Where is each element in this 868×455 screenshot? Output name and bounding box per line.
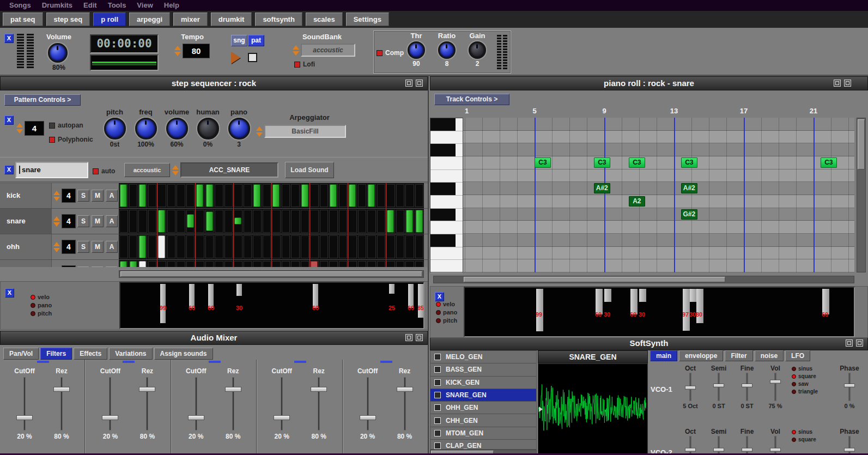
step-cell[interactable] <box>291 210 300 233</box>
maximize-icon[interactable] <box>844 80 851 87</box>
slider-track[interactable] <box>130 377 165 430</box>
slider-track[interactable] <box>93 377 128 430</box>
generator-checkbox[interactable] <box>434 442 441 449</box>
mixer-tab-pan-vol[interactable]: Pan/Vol <box>3 348 39 360</box>
step-cell[interactable] <box>377 235 386 258</box>
detach-icon[interactable] <box>834 80 841 87</box>
velocity-radio-pitch[interactable]: pitch <box>31 310 52 317</box>
detach-icon[interactable] <box>405 334 412 341</box>
main-tab-settings[interactable]: Settings <box>346 13 389 26</box>
track-button-a[interactable]: A <box>106 241 118 253</box>
slider-thumb[interactable] <box>16 415 33 420</box>
mini-slider-track[interactable] <box>764 373 786 401</box>
step-cell[interactable] <box>415 261 424 267</box>
step-cell[interactable] <box>205 235 214 258</box>
step-cell[interactable] <box>263 184 271 207</box>
step-cell[interactable] <box>263 261 271 267</box>
active-step[interactable] <box>196 184 203 207</box>
step-cell[interactable] <box>157 184 166 207</box>
stop-button[interactable] <box>248 53 258 63</box>
track-bars-spinner[interactable]: 4 <box>53 240 76 254</box>
waveform-option-sinus[interactable]: sinus <box>792 429 816 435</box>
polyphonic-row[interactable]: Polyphonic <box>49 136 93 143</box>
main-tab-pat-seq[interactable]: pat seq <box>3 13 43 26</box>
pattern-knob-human-knob[interactable] <box>197 118 219 139</box>
pattern-close-button[interactable]: X <box>4 116 14 125</box>
slider-thumb[interactable] <box>225 387 241 392</box>
transport-close-button[interactable]: X <box>4 34 14 43</box>
step-cell[interactable] <box>224 184 233 207</box>
comp-checkbox-row[interactable]: Comp <box>377 49 404 57</box>
bank-button[interactable]: accoustic <box>124 163 170 177</box>
generator-checkbox[interactable] <box>434 366 441 373</box>
step-cell[interactable] <box>291 235 300 258</box>
step-cell[interactable] <box>177 261 185 267</box>
generator-checkbox[interactable] <box>434 404 441 411</box>
synth-tab-noise[interactable]: noise <box>755 350 784 361</box>
note-c3[interactable]: C3 <box>629 157 645 168</box>
track-button-m[interactable]: M <box>92 266 104 267</box>
active-step[interactable] <box>406 210 413 233</box>
step-cell[interactable] <box>177 210 185 233</box>
spin-down-icon[interactable] <box>172 171 179 175</box>
active-step[interactable] <box>206 184 213 207</box>
mini-slider-track[interactable] <box>736 436 758 455</box>
spin-down-icon[interactable] <box>53 222 60 227</box>
step-cell[interactable] <box>310 210 319 233</box>
step-cell[interactable] <box>282 235 290 258</box>
load-sound-button[interactable]: Load Sound <box>285 162 334 178</box>
pattern-knob-pano-knob[interactable] <box>228 118 250 139</box>
step-cell[interactable] <box>367 261 376 267</box>
step-cell[interactable] <box>339 261 348 267</box>
spin-down-icon[interactable] <box>53 248 60 252</box>
black-key[interactable] <box>430 144 456 156</box>
velocity-radio-pano[interactable]: pano <box>31 302 52 308</box>
step-cell[interactable] <box>329 235 338 258</box>
step-cell[interactable] <box>282 261 290 267</box>
velocity-bar[interactable] <box>596 289 603 314</box>
step-cell[interactable] <box>129 235 138 258</box>
generator-snare-gen[interactable]: SNARE_GEN <box>430 389 536 402</box>
velocity-radio-pano[interactable]: pano <box>436 309 457 316</box>
velocity-bar[interactable] <box>418 284 423 318</box>
active-step[interactable] <box>311 261 318 268</box>
mini-slider-track[interactable] <box>839 373 860 401</box>
black-key[interactable] <box>430 183 456 195</box>
step-cell[interactable] <box>358 261 367 267</box>
step-grid[interactable] <box>119 209 424 234</box>
detach-icon[interactable] <box>846 339 853 347</box>
step-cell[interactable] <box>253 261 262 267</box>
step-cell[interactable] <box>320 235 329 258</box>
key-c3[interactable] <box>430 157 463 170</box>
main-tab-arpeggi[interactable]: arpeggi <box>129 13 170 26</box>
spinner-arrows[interactable] <box>256 126 263 137</box>
key-as2[interactable] <box>430 183 463 196</box>
key-a2[interactable] <box>430 196 463 209</box>
generator-melo-gen[interactable]: MELO_GEN <box>430 351 536 363</box>
piano-keyboard[interactable] <box>430 118 463 272</box>
step-cell[interactable] <box>396 184 405 207</box>
track-button-s[interactable]: S <box>77 190 89 202</box>
auto-row[interactable]: auto <box>93 167 115 175</box>
main-tab-step-seq[interactable]: step seq <box>46 13 90 26</box>
key-cs3[interactable] <box>430 144 463 157</box>
step-cell[interactable] <box>301 235 309 258</box>
song-progress-bar[interactable] <box>90 54 159 71</box>
autopan-checkbox[interactable] <box>49 123 55 129</box>
mini-slider-track[interactable] <box>736 373 758 401</box>
scrollbar-thumb[interactable] <box>464 277 725 282</box>
velocity-close-button[interactable]: X <box>5 288 14 298</box>
step-cell[interactable] <box>377 184 386 207</box>
key-g2[interactable] <box>430 221 463 234</box>
step-cell[interactable] <box>196 261 204 267</box>
active-step[interactable] <box>139 235 146 258</box>
active-step[interactable] <box>349 184 356 207</box>
velocity-bars-area[interactable]: 996030603097308060 <box>464 287 855 337</box>
generator-checkbox[interactable] <box>434 417 441 424</box>
synth-tab-main[interactable]: main <box>650 350 677 361</box>
spin-up-icon[interactable] <box>16 123 23 128</box>
active-step[interactable] <box>416 210 423 233</box>
mixer-tab-effects[interactable]: Effects <box>74 348 107 360</box>
mini-slider-track[interactable] <box>764 436 786 455</box>
track-bars-spinner[interactable]: 4 <box>53 214 76 228</box>
